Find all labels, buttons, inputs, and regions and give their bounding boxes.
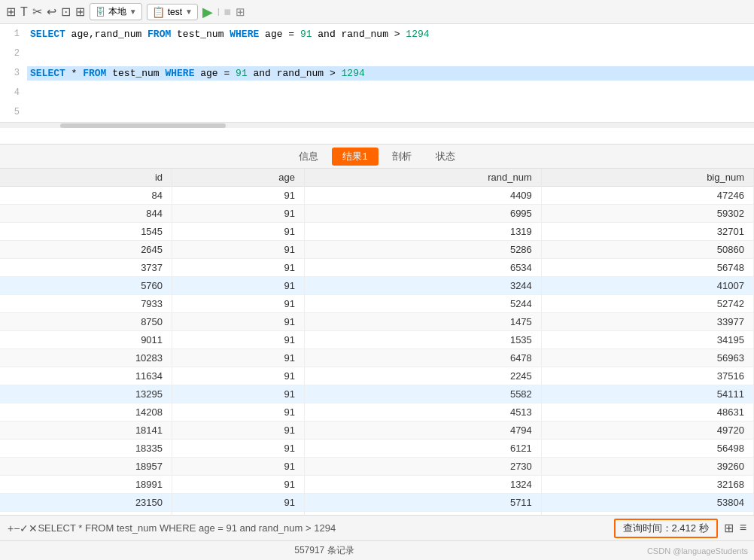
- table-row[interactable]: 875091147533977: [0, 313, 754, 331]
- cell-id: 3737: [0, 259, 172, 277]
- tab-结果1[interactable]: 结果1: [332, 148, 378, 166]
- cell-age: 91: [172, 205, 305, 223]
- remove-record-btn[interactable]: −: [14, 522, 20, 534]
- table-row[interactable]: 1420891451348631: [0, 403, 754, 422]
- code-line-1: 1SELECT age,rand_num FROM test_num WHERE…: [0, 24, 754, 44]
- cell-age: 91: [172, 187, 305, 205]
- table-row[interactable]: 373791653456748: [0, 259, 754, 277]
- col-header-id: id: [0, 169, 172, 187]
- cell-age: 91: [172, 349, 305, 367]
- tab-剖析[interactable]: 剖析: [382, 148, 422, 166]
- run-suffix: |: [217, 8, 220, 16]
- table-row[interactable]: 8491440947246: [0, 187, 754, 205]
- cell-id: 844: [0, 205, 172, 223]
- table-row[interactable]: 154591131932701: [0, 223, 754, 241]
- tabs-container: 信息结果1剖析状态: [288, 148, 465, 166]
- table-row[interactable]: 1899191132432168: [0, 476, 754, 494]
- token-kw-where: WHERE: [230, 29, 259, 40]
- token-col-name: age =: [194, 68, 236, 79]
- toolbar-icon-4[interactable]: ↩: [47, 5, 56, 19]
- list-icon[interactable]: ≡: [740, 521, 746, 535]
- toolbar-icon-5[interactable]: ⊡: [61, 5, 71, 19]
- db-selector[interactable]: 🗄 本地 ▼: [90, 3, 142, 20]
- tab-信息[interactable]: 信息: [288, 148, 329, 166]
- table-row[interactable]: 2315091571153804: [0, 494, 754, 512]
- line-content-3[interactable]: SELECT * FROM test_num WHERE age = 91 an…: [27, 66, 754, 81]
- cell-big_num: 47246: [541, 187, 753, 205]
- db-icon: 🗄: [95, 6, 105, 18]
- toolbar-icon-1[interactable]: ⊞: [6, 5, 16, 19]
- cell-id: 5760: [0, 277, 172, 295]
- cell-age: 91: [172, 223, 305, 241]
- table-row[interactable]: 264591528650860: [0, 241, 754, 259]
- toolbar-icon-2[interactable]: T: [20, 5, 28, 19]
- table-row[interactable]: 576091324441007: [0, 277, 754, 295]
- cell-age: 91: [172, 458, 305, 476]
- extra-button[interactable]: ⊞: [236, 5, 245, 19]
- token-col-name: rand_num >: [271, 68, 342, 79]
- table-row[interactable]: 1895791273039260: [0, 458, 754, 476]
- table-chevron: ▼: [185, 8, 193, 16]
- line-content-4[interactable]: [27, 91, 754, 94]
- scrollbar-thumb[interactable]: [60, 123, 226, 128]
- cell-age: 91: [172, 440, 305, 458]
- token-col-name: age,rand_num: [65, 29, 147, 40]
- table-row[interactable]: 84491699559302: [0, 205, 754, 223]
- code-line-5: 5: [0, 102, 754, 122]
- code-line-4: 4: [0, 83, 754, 102]
- cell-big_num: 48631: [541, 403, 753, 422]
- run-button[interactable]: ▶: [202, 4, 213, 20]
- confirm-btn[interactable]: ✓: [20, 522, 29, 534]
- table-row[interactable]: 1163491224537516: [0, 367, 754, 385]
- status-time: 查询时间：2.412 秒: [614, 519, 718, 538]
- cell-rand_num: 6995: [305, 205, 542, 223]
- token-kw-where: WHERE: [165, 68, 194, 79]
- cell-age: 91: [172, 422, 305, 440]
- cell-rand_num: 2245: [305, 367, 542, 385]
- line-content-5[interactable]: [27, 111, 754, 114]
- token-kw-select: SELECT: [30, 68, 65, 79]
- code-editor[interactable]: 1SELECT age,rand_num FROM test_num WHERE…: [0, 24, 754, 145]
- table-row[interactable]: 901191153534195: [0, 331, 754, 349]
- cell-id: 1545: [0, 223, 172, 241]
- toolbar-icon-6[interactable]: ⊞: [75, 5, 85, 19]
- cell-rand_num: 6121: [305, 440, 542, 458]
- cell-rand_num: 5582: [305, 385, 542, 403]
- table-row[interactable]: 1833591612156498: [0, 440, 754, 458]
- watermark: CSDN @languageStudents: [647, 546, 748, 555]
- table-row[interactable]: 1814191479449720: [0, 422, 754, 440]
- table-row[interactable]: 793391524452742: [0, 295, 754, 313]
- cell-big_num: 56963: [541, 349, 753, 367]
- table-row[interactable]: 1329591558254111: [0, 385, 754, 403]
- record-bar: 557917 条记录 CSDN @languageStudents: [0, 540, 754, 560]
- line-number-3: 3: [0, 68, 27, 78]
- results-area[interactable]: idagerand_numbig_num 8491440947246844916…: [0, 169, 754, 515]
- line-content-2[interactable]: [27, 52, 754, 55]
- record-count: 557917 条记录: [6, 544, 643, 557]
- cell-rand_num: 3244: [305, 277, 542, 295]
- tab-状态[interactable]: 状态: [425, 148, 466, 166]
- line-content-1[interactable]: SELECT age,rand_num FROM test_num WHERE …: [27, 27, 754, 41]
- grid-icon[interactable]: ⊞: [724, 521, 734, 535]
- cell-big_num: 52742: [541, 295, 753, 313]
- cell-id: 10283: [0, 349, 172, 367]
- cell-big_num: 33977: [541, 313, 753, 331]
- stop-button[interactable]: ■: [224, 5, 232, 19]
- cell-id: 8750: [0, 313, 172, 331]
- cell-age: 91: [172, 295, 305, 313]
- cell-age: 91: [172, 277, 305, 295]
- table-selector[interactable]: 📋 test ▼: [147, 4, 198, 20]
- status-bar: + − ✓ ✕ SELECT * FROM test_num WHERE age…: [0, 515, 754, 540]
- col-header-rand_num: rand_num: [305, 169, 542, 187]
- toolbar-icon-3[interactable]: ✂: [32, 5, 42, 19]
- table-label: test: [168, 7, 182, 17]
- cell-rand_num: 6478: [305, 349, 542, 367]
- cell-rand_num: 4513: [305, 403, 542, 422]
- code-lines: 1SELECT age,rand_num FROM test_num WHERE…: [0, 24, 754, 122]
- horizontal-scrollbar[interactable]: [0, 122, 754, 128]
- add-record-btn[interactable]: +: [8, 522, 14, 534]
- cell-id: 18141: [0, 422, 172, 440]
- cancel-btn[interactable]: ✕: [29, 522, 38, 534]
- table-row[interactable]: 1028391647856963: [0, 349, 754, 367]
- cell-big_num: 37516: [541, 367, 753, 385]
